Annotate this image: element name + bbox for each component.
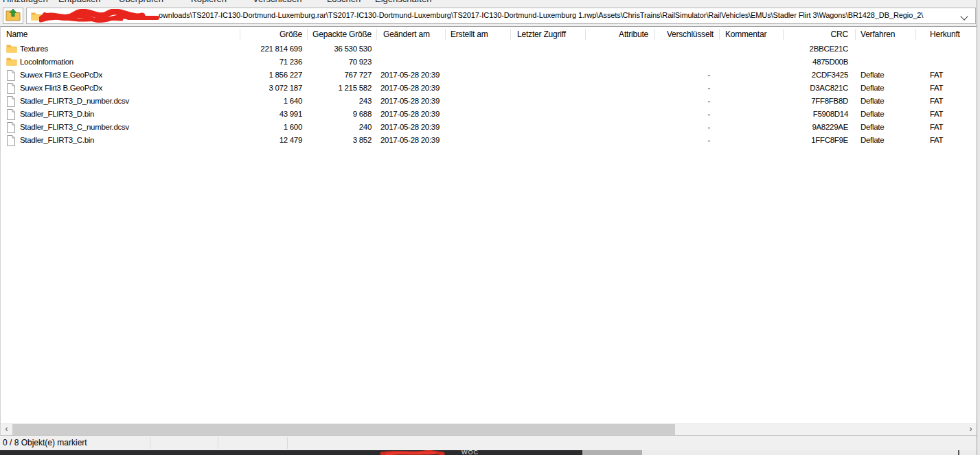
column-header-size[interactable]: Größe [240, 27, 308, 42]
cell-origin: FAT [916, 108, 977, 121]
cell-packed: 243 [308, 95, 377, 108]
scroll-right-button[interactable]: › [965, 424, 977, 435]
cell-method: Deflate [856, 121, 916, 134]
table-row[interactable]: Suwex Flirt3 B.GeoPcDx3 072 1871 215 582… [1, 82, 977, 95]
up-one-level-button[interactable] [3, 8, 23, 24]
column-header-method[interactable]: Verfahren [856, 27, 916, 42]
cell-size: 1 856 227 [240, 69, 308, 82]
cell-comment [720, 121, 784, 134]
cell-method: Deflate [856, 69, 916, 82]
toolbar: Hinzufügen Entpacken Überprüfen Kopieren… [0, 0, 977, 6]
cell-name: Suwex Flirt3 B.GeoPcDx [1, 82, 240, 95]
cell-encrypted: - [655, 108, 720, 121]
column-header-comment[interactable]: Kommentar [720, 27, 784, 42]
cell-origin [916, 56, 977, 69]
cell-comment [720, 69, 784, 82]
toolbar-button-delete[interactable]: Löschen [327, 0, 361, 5]
scroll-left-button[interactable]: ‹ [1, 424, 12, 435]
cell-attributes [586, 134, 655, 147]
cell-method [856, 43, 916, 56]
column-header-accessed[interactable]: Letzter Zugriff [511, 27, 586, 42]
cell-crc: 2BBCE21C [784, 43, 856, 56]
cell-created [446, 69, 511, 82]
table-row[interactable]: Suwex Flirt3 E.GeoPcDx1 856 227767 72720… [1, 69, 977, 82]
cell-packed: 240 [308, 121, 377, 134]
column-header-row: Name Größe Gepackte Größe Geändert am Er… [1, 27, 977, 42]
table-row[interactable]: Stadler_FLIRT3_D_number.dcsv1 6402432017… [1, 95, 977, 108]
status-separator [150, 437, 150, 449]
file-name: Stadler_FLIRT3_D.bin [20, 108, 94, 121]
status-separator [218, 437, 218, 449]
cell-origin [916, 43, 977, 56]
cell-origin: FAT [916, 69, 977, 82]
background-mid-strip [582, 450, 642, 455]
horizontal-scrollbar[interactable]: ‹ › [1, 423, 977, 435]
cell-attributes [586, 82, 655, 95]
column-header-attributes[interactable]: Attribute [586, 27, 655, 42]
cell-packed: 767 727 [308, 69, 377, 82]
cell-modified: 2017-05-28 20:39 [377, 95, 446, 108]
table-row[interactable]: Stadler_FLIRT3_C.bin12 4793 8522017-05-2… [1, 134, 977, 147]
dropdown-chevron-icon[interactable] [960, 12, 968, 20]
cell-accessed [511, 108, 586, 121]
file-icon [6, 96, 17, 106]
cell-encrypted [655, 56, 720, 69]
cell-name: Suwex Flirt3 E.GeoPcDx [1, 69, 240, 82]
cell-encrypted: - [655, 95, 720, 108]
column-header-name[interactable]: Name [1, 27, 240, 42]
status-bar: 0 / 8 Objekt(e) markiert [0, 435, 977, 450]
cell-created [446, 82, 511, 95]
cell-packed: 70 923 [308, 56, 377, 69]
toolbar-button-add[interactable]: Hinzufügen [3, 0, 48, 5]
cell-modified: 2017-05-28 20:39 [377, 82, 446, 95]
cell-modified: 2017-05-28 20:39 [377, 134, 446, 147]
cell-encrypted: - [655, 134, 720, 147]
cell-crc: D3AC821C [784, 82, 856, 95]
column-header-created[interactable]: Erstellt am [446, 27, 511, 42]
winrar-window: Hinzufügen Entpacken Überprüfen Kopieren… [0, 0, 977, 455]
cell-accessed [511, 121, 586, 134]
file-name: Suwex Flirt3 B.GeoPcDx [20, 82, 102, 95]
cell-created [446, 56, 511, 69]
address-path: ownloads\TS2017-IC130-Dortmund-Luxemburg… [159, 11, 923, 19]
cell-crc: F5908D14 [784, 108, 856, 121]
column-header-packed[interactable]: Gepackte Größe [308, 27, 377, 42]
horizontal-scrollbar-thumb[interactable] [12, 424, 675, 435]
cell-size: 1 640 [240, 95, 308, 108]
cell-comment [720, 56, 784, 69]
file-icon [6, 122, 17, 132]
cell-packed: 9 688 [308, 108, 377, 121]
cell-accessed [511, 95, 586, 108]
scroll-right-icon: › [970, 424, 972, 434]
selection-status: 0 / 8 Objekt(e) markiert [3, 436, 87, 450]
table-row[interactable]: Textures221 814 69936 530 5302BBCE21C [1, 43, 977, 56]
cell-accessed [511, 43, 586, 56]
cell-crc: 2CDF3425 [784, 69, 856, 82]
table-row[interactable]: LocoInformation71 23670 9234875D00B [1, 56, 977, 69]
column-header-encrypted[interactable]: Verschlüsselt [655, 27, 720, 42]
background-window-fragment: WOC [0, 450, 977, 455]
toolbar-button-extract[interactable]: Entpacken [58, 0, 100, 5]
background-light-strip [642, 450, 977, 455]
toolbar-button-copy[interactable]: Kopieren [191, 0, 227, 5]
column-header-modified[interactable]: Geändert am [377, 27, 446, 42]
cell-name: Stadler_FLIRT3_D_number.dcsv [1, 95, 240, 108]
cell-name: Stadler_FLIRT3_C.bin [1, 134, 240, 147]
table-row[interactable]: Stadler_FLIRT3_D.bin43 9919 6882017-05-2… [1, 108, 977, 121]
table-row[interactable]: Stadler_FLIRT3_C_number.dcsv1 6002402017… [1, 121, 977, 134]
toolbar-button-properties[interactable]: Eigenschaften [375, 0, 431, 5]
cell-crc: 9A8229AE [784, 121, 856, 134]
column-header-crc[interactable]: CRC [784, 27, 856, 42]
cell-name: Stadler_FLIRT3_C_number.dcsv [1, 121, 240, 134]
toolbar-button-move[interactable]: Verschieben [253, 0, 302, 5]
file-name: Stadler_FLIRT3_C_number.dcsv [20, 121, 129, 134]
file-icon [6, 109, 17, 119]
address-row: ownloads\TS2017-IC130-Dortmund-Luxemburg… [0, 6, 977, 26]
cell-modified: 2017-05-28 20:39 [377, 108, 446, 121]
column-header-origin[interactable]: Herkunft [916, 27, 977, 42]
cell-comment [720, 95, 784, 108]
address-bar[interactable]: ownloads\TS2017-IC130-Dortmund-Luxemburg… [26, 8, 976, 24]
cell-method: Deflate [856, 95, 916, 108]
toolbar-button-test[interactable]: Überprüfen [119, 0, 163, 5]
cell-comment [720, 82, 784, 95]
